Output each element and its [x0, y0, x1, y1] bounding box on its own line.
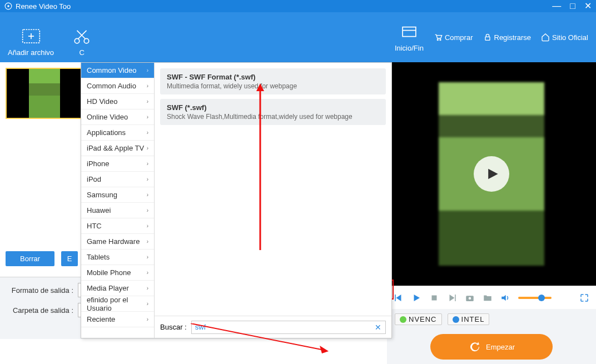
- add-file-button[interactable]: Añadir archivo: [8, 27, 54, 57]
- home-icon: [541, 33, 550, 42]
- svg-point-11: [437, 39, 438, 41]
- intel-badge: INTEL: [448, 313, 490, 325]
- svg-rect-20: [395, 295, 396, 301]
- format-search-input[interactable]: [191, 321, 386, 334]
- folder-icon[interactable]: [483, 293, 493, 303]
- inicio-fin-button[interactable]: Inicio/Fin: [395, 23, 424, 52]
- category-item[interactable]: Media Player›: [81, 281, 154, 296]
- category-item[interactable]: Game Hardware›: [81, 234, 154, 250]
- chevron-right-icon: ›: [147, 161, 148, 167]
- register-link[interactable]: Registrarse: [483, 33, 531, 42]
- chevron-right-icon: ›: [147, 270, 148, 276]
- svg-marker-19: [396, 295, 401, 301]
- start-label: Empezar: [486, 343, 515, 351]
- category-item[interactable]: iPhone›: [81, 156, 154, 172]
- svg-rect-13: [485, 37, 490, 40]
- lock-icon: [483, 33, 492, 42]
- site-label: Sitio Oficial: [552, 33, 588, 42]
- add-file-icon: [20, 27, 42, 46]
- chevron-right-icon: ›: [147, 67, 148, 73]
- category-item[interactable]: iPod›: [81, 172, 154, 187]
- chevron-right-icon: ›: [147, 238, 148, 245]
- format-option[interactable]: SWF - SWF Format (*.swf)Multimedia forma…: [160, 68, 386, 94]
- play-icon[interactable]: [411, 293, 421, 303]
- svg-point-1: [7, 5, 9, 7]
- svg-rect-9: [403, 27, 416, 36]
- svg-rect-22: [432, 295, 437, 300]
- cart-icon: [434, 33, 443, 42]
- format-dropdown-panel: Common Video›Common Audio›HD Video›Onlin…: [81, 62, 392, 338]
- minimize-button[interactable]: —: [552, 2, 561, 10]
- volume-slider[interactable]: [518, 297, 552, 299]
- close-button[interactable]: ✕: [584, 2, 592, 10]
- chevron-right-icon: ›: [147, 129, 148, 136]
- category-item[interactable]: Mobile Phone›: [81, 265, 154, 281]
- svg-line-7: [78, 31, 86, 39]
- cut-label: C: [79, 48, 84, 57]
- delete-button[interactable]: Borrar: [6, 251, 54, 266]
- category-item[interactable]: Tablets›: [81, 250, 154, 265]
- output-folder-label: Carpeta de salida :: [8, 306, 73, 315]
- chevron-right-icon: ›: [147, 114, 148, 120]
- start-button[interactable]: Empezar: [430, 334, 553, 360]
- category-item[interactable]: HD Video›: [81, 94, 154, 109]
- edit-button[interactable]: E: [61, 251, 78, 266]
- svg-point-5: [74, 38, 80, 43]
- cut-button[interactable]: C: [71, 27, 93, 57]
- chevron-right-icon: ›: [147, 316, 148, 322]
- volume-icon[interactable]: [500, 293, 510, 303]
- app-logo-icon: [4, 2, 12, 10]
- fullscreen-icon[interactable]: [579, 293, 589, 303]
- chevron-right-icon: ›: [147, 83, 148, 89]
- format-search-row: Buscar : ✕: [155, 316, 391, 338]
- category-item[interactable]: Common Audio›: [81, 78, 154, 94]
- nvenc-badge: NVENC: [395, 313, 442, 325]
- add-file-label: Añadir archivo: [8, 48, 54, 57]
- format-category-list[interactable]: Common Video›Common Audio›HD Video›Onlin…: [81, 63, 155, 338]
- maximize-button[interactable]: □: [570, 2, 575, 10]
- chevron-right-icon: ›: [147, 285, 148, 291]
- svg-line-8: [77, 31, 86, 39]
- category-item[interactable]: Samsung›: [81, 187, 154, 203]
- video-thumbnail[interactable]: [6, 68, 83, 119]
- category-item[interactable]: Online Video›: [81, 109, 154, 125]
- category-item[interactable]: HTC›: [81, 218, 154, 234]
- chevron-right-icon: ›: [147, 176, 148, 182]
- chevron-right-icon: ›: [147, 192, 148, 198]
- format-option[interactable]: SWF (*.swf)Shock Wave Flash,Multimedia f…: [160, 99, 386, 125]
- play-overlay-button[interactable]: [474, 156, 509, 192]
- buy-label: Comprar: [445, 33, 473, 42]
- svg-marker-18: [488, 169, 498, 179]
- category-item[interactable]: Common Video›: [81, 63, 154, 78]
- svg-marker-17: [320, 346, 329, 353]
- next-icon[interactable]: [447, 293, 457, 303]
- buy-link[interactable]: Comprar: [434, 33, 473, 42]
- register-label: Registrarse: [494, 33, 531, 42]
- category-item[interactable]: Reciente›: [81, 312, 154, 327]
- category-item[interactable]: iPad && Apple TV›: [81, 141, 154, 156]
- app-title: Renee Video Too: [16, 2, 71, 11]
- svg-rect-24: [455, 295, 456, 301]
- search-label: Buscar :: [160, 323, 187, 331]
- stop-icon[interactable]: [429, 293, 439, 303]
- search-clear-icon[interactable]: ✕: [375, 323, 386, 332]
- svg-marker-23: [450, 295, 455, 301]
- format-option-area: SWF - SWF Format (*.swf)Multimedia forma…: [155, 63, 391, 338]
- chevron-right-icon: ›: [147, 98, 148, 104]
- category-item[interactable]: efinido por el Usuario›: [81, 296, 154, 312]
- official-site-link[interactable]: Sitio Oficial: [541, 33, 588, 42]
- svg-point-12: [440, 39, 441, 41]
- snapshot-icon[interactable]: [465, 293, 475, 303]
- encoder-badges: NVENC INTEL: [395, 313, 588, 325]
- category-item[interactable]: Huawei›: [81, 203, 154, 218]
- category-item[interactable]: Applications›: [81, 125, 154, 141]
- chevron-right-icon: ›: [147, 254, 148, 260]
- output-format-label: Formato de salida :: [8, 286, 73, 295]
- chevron-right-icon: ›: [147, 301, 148, 307]
- chevron-right-icon: ›: [147, 207, 148, 213]
- scissors-icon: [71, 27, 93, 46]
- video-preview[interactable]: [387, 62, 596, 286]
- inicio-fin-label: Inicio/Fin: [395, 44, 424, 52]
- svg-point-6: [84, 38, 89, 43]
- prev-icon[interactable]: [394, 293, 404, 303]
